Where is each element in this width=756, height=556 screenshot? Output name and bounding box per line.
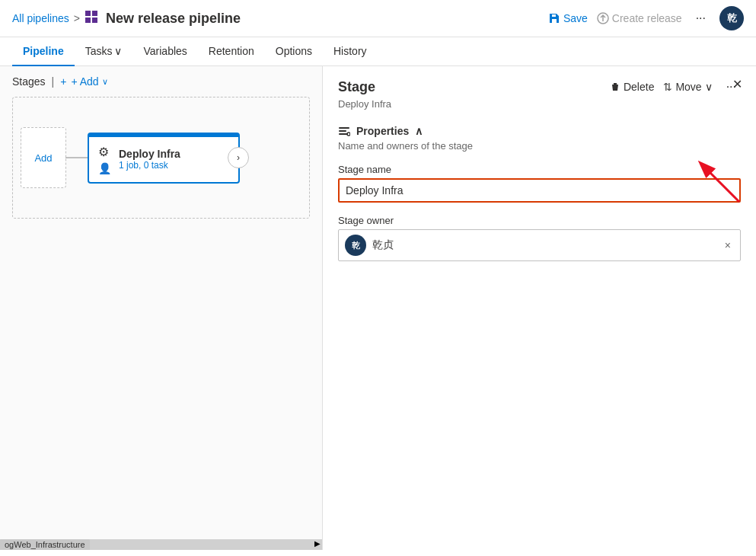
properties-section: Properties ∧ Name and owners of the stag… [338,125,741,261]
stage-name-field: Stage name [338,164,741,203]
svg-rect-3 [92,18,97,23]
owner-name: 乾贞 [372,238,716,252]
stages-label: Stages [12,75,46,88]
svg-rect-2 [85,18,91,23]
stages-outer-box: Add ⚙ 👤 Deploy Infra 1 job, 0 task [12,97,310,219]
svg-point-8 [347,133,350,136]
properties-header: Properties ∧ [338,125,741,137]
stages-divider: | [52,75,55,88]
breadcrumb: All pipelines > New release pipeline [12,10,241,27]
pipeline-canvas: Stages | + + Add ∨ Add ⚙ 👤 [0,66,322,550]
stage-properties-panel: Stage Delete ⇅ Move ∨ ··· Deploy Infra [322,66,756,550]
top-bar: All pipelines > New release pipeline Sav… [0,0,756,37]
nav-tabs: Pipeline Tasks ∨ Variables Retention Opt… [0,37,756,66]
add-stage-button[interactable]: + + Add ∨ [60,75,107,88]
properties-icon [338,125,350,137]
stage-arrow-button[interactable]: › [228,147,249,168]
delete-button[interactable]: Delete [610,81,654,93]
top-actions: Save Create release ··· 乾 [548,6,744,30]
top-more-button[interactable]: ··· [691,10,710,27]
tab-tasks[interactable]: Tasks ∨ [75,37,133,66]
move-button[interactable]: ⇅ Move ∨ [663,81,712,93]
stages-header: Stages | + + Add ∨ [0,66,322,97]
owner-field: 乾 乾贞 × [338,229,741,261]
panel-header: Stage Delete ⇅ Move ∨ ··· [338,78,741,95]
stage-owner-field: Stage owner 乾 乾贞 × [338,215,741,261]
breadcrumb-separator: > [74,12,80,24]
tab-pipeline[interactable]: Pipeline [12,37,75,66]
stage-info: Deploy Infra 1 job, 0 task [119,148,229,171]
stage-connector [65,157,88,158]
stage-settings-icon: ⚙ [98,145,111,159]
pipeline-icon [85,10,98,27]
tab-variables[interactable]: Variables [132,37,197,66]
tab-history[interactable]: History [323,37,378,66]
panel-close-button[interactable]: ✕ [731,75,744,93]
pipeline-title: New release pipeline [106,11,241,27]
svg-rect-1 [92,11,97,16]
stage-icons: ⚙ 👤 [98,145,111,174]
bottom-tag: ogWeb_Infrastructure [0,539,90,550]
stage-box: ⚙ 👤 Deploy Infra 1 job, 0 task › [88,133,240,184]
panel-subtitle: Deploy Infra [338,98,741,110]
stage-name: Deploy Infra [119,148,229,160]
tab-retention[interactable]: Retention [198,37,265,66]
panel-title: Stage [338,79,375,95]
owner-remove-button[interactable]: × [722,239,734,251]
stage-name-input[interactable] [338,178,741,203]
create-release-button[interactable]: Create release [597,12,682,24]
panel-actions: Delete ⇅ Move ∨ ··· [610,78,741,95]
svg-rect-6 [339,130,346,132]
main-content: Stages | + + Add ∨ Add ⚙ 👤 [0,66,756,550]
save-button[interactable]: Save [548,12,588,24]
stage-owner-label: Stage owner [338,215,741,226]
scroll-right-arrow[interactable]: ▶ [314,539,321,548]
scroll-bar[interactable]: ogWeb_Infrastructure ▶ [0,539,322,550]
add-left-button[interactable]: Add [21,127,66,188]
svg-rect-7 [339,133,348,135]
stage-user-icon: 👤 [98,162,111,174]
owner-avatar: 乾 [345,235,366,256]
stage-box-body: ⚙ 👤 Deploy Infra 1 job, 0 task [89,137,238,182]
properties-desc: Name and owners of the stage [338,140,741,152]
svg-rect-5 [339,127,349,129]
user-avatar: 乾 [719,6,744,30]
stage-meta: 1 job, 0 task [119,160,229,171]
stage-name-label: Stage name [338,164,741,175]
properties-collapse-icon[interactable]: ∧ [415,125,423,137]
svg-rect-0 [85,11,91,16]
all-pipelines-link[interactable]: All pipelines [12,12,69,24]
tab-options[interactable]: Options [265,37,323,66]
